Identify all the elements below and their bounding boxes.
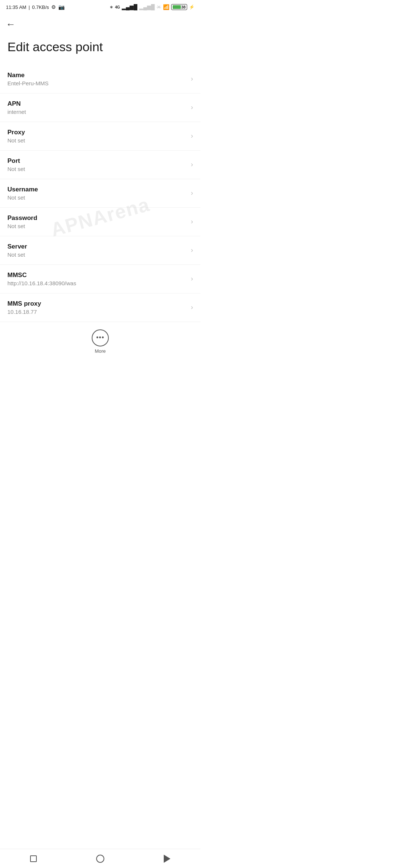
settings-item-text-8: MMS proxy 10.16.18.77 bbox=[7, 300, 187, 315]
more-label: More bbox=[95, 348, 106, 354]
network-speed: 0.7KB/s bbox=[32, 4, 49, 10]
bluetooth-icon: ∗ bbox=[110, 4, 113, 10]
settings-item-label-4: Username bbox=[7, 186, 187, 193]
back-button[interactable]: ← bbox=[6, 19, 195, 29]
settings-item-text-3: Port Not set bbox=[7, 157, 187, 172]
settings-item-label-0: Name bbox=[7, 72, 187, 79]
settings-item-label-8: MMS proxy bbox=[7, 300, 187, 308]
settings-item-value-8: 10.16.18.77 bbox=[7, 309, 187, 315]
chevron-right-icon: › bbox=[191, 132, 193, 140]
signal-bars-icon: ▂▄▆█ bbox=[122, 4, 137, 10]
more-button[interactable]: ••• bbox=[92, 329, 109, 346]
settings-item-value-3: Not set bbox=[7, 166, 187, 172]
chevron-right-icon: › bbox=[191, 218, 193, 226]
chevron-right-icon: › bbox=[191, 303, 193, 311]
settings-item-value-4: Not set bbox=[7, 194, 187, 201]
battery-indicator: 38 bbox=[171, 4, 187, 10]
settings-item-value-2: Not set bbox=[7, 137, 187, 144]
settings-item-value-5: Not set bbox=[7, 223, 187, 229]
settings-item-text-1: APN internet bbox=[7, 100, 187, 115]
battery-fill bbox=[173, 5, 181, 9]
settings-item-label-7: MMSC bbox=[7, 272, 187, 279]
settings-item-text-6: Server Not set bbox=[7, 243, 187, 258]
settings-item[interactable]: MMSC http://10.16.18.4:38090/was › bbox=[0, 265, 200, 293]
status-bar: 11:35 AM | 0.7KB/s ⚙ 📷 ∗ 4G ▂▄▆█ ▂▄▆█ ✕ … bbox=[0, 0, 200, 14]
status-left: 11:35 AM | 0.7KB/s ⚙ 📷 bbox=[6, 4, 65, 10]
settings-item[interactable]: MMS proxy 10.16.18.77 › bbox=[0, 293, 200, 322]
wifi-icon: 📶 bbox=[163, 4, 169, 10]
settings-item-value-6: Not set bbox=[7, 251, 187, 258]
chevron-right-icon: › bbox=[191, 161, 193, 168]
settings-item-text-0: Name Entel-Peru-MMS bbox=[7, 72, 187, 86]
chevron-right-icon: › bbox=[191, 103, 193, 111]
battery-percent: 38 bbox=[181, 5, 186, 9]
settings-item[interactable]: Username Not set › bbox=[0, 179, 200, 208]
signal-bars2-icon: ▂▄▆█ bbox=[139, 4, 155, 10]
chevron-right-icon: › bbox=[191, 75, 193, 83]
settings-item-value-1: internet bbox=[7, 109, 187, 115]
time-text: 11:35 AM bbox=[6, 4, 26, 10]
signal-4g-icon: 4G bbox=[115, 5, 120, 9]
page-title: Edit access point bbox=[0, 32, 200, 65]
top-bar: ← bbox=[0, 14, 200, 32]
no-signal-icon: ✕ bbox=[157, 4, 161, 10]
settings-item-label-6: Server bbox=[7, 243, 187, 250]
settings-item-value-0: Entel-Peru-MMS bbox=[7, 80, 187, 86]
more-area[interactable]: ••• More bbox=[0, 322, 200, 360]
status-right: ∗ 4G ▂▄▆█ ▂▄▆█ ✕ 📶 38 ⚡ bbox=[110, 4, 195, 10]
settings-item[interactable]: Password Not set › bbox=[0, 208, 200, 236]
settings-item-text-7: MMSC http://10.16.18.4:38090/was bbox=[7, 272, 187, 286]
settings-item-label-1: APN bbox=[7, 100, 187, 108]
settings-item-text-5: Password Not set bbox=[7, 214, 187, 229]
settings-item-label-2: Proxy bbox=[7, 129, 187, 136]
settings-icon: ⚙ bbox=[51, 4, 56, 10]
settings-item[interactable]: Name Entel-Peru-MMS › bbox=[0, 65, 200, 93]
settings-item[interactable]: Proxy Not set › bbox=[0, 122, 200, 151]
chevron-right-icon: › bbox=[191, 275, 193, 283]
settings-list: Name Entel-Peru-MMS › APN internet › Pro… bbox=[0, 65, 200, 322]
settings-item-value-7: http://10.16.18.4:38090/was bbox=[7, 280, 187, 286]
camera-icon: 📷 bbox=[58, 4, 65, 10]
settings-item-label-3: Port bbox=[7, 157, 187, 165]
more-dots-icon: ••• bbox=[96, 334, 104, 342]
charging-icon: ⚡ bbox=[189, 4, 195, 10]
settings-item[interactable]: Server Not set › bbox=[0, 236, 200, 265]
chevron-right-icon: › bbox=[191, 246, 193, 254]
settings-item-label-5: Password bbox=[7, 214, 187, 222]
settings-item-text-2: Proxy Not set bbox=[7, 129, 187, 144]
back-arrow-icon: ← bbox=[6, 19, 16, 29]
settings-item[interactable]: APN internet › bbox=[0, 93, 200, 122]
settings-item[interactable]: Port Not set › bbox=[0, 151, 200, 179]
chevron-right-icon: › bbox=[191, 189, 193, 197]
settings-item-text-4: Username Not set bbox=[7, 186, 187, 201]
separator: | bbox=[29, 4, 30, 10]
